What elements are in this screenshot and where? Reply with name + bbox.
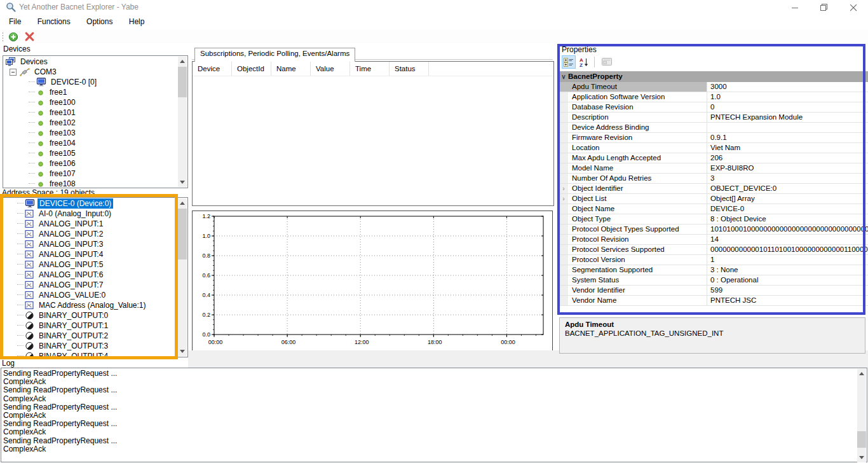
property-name[interactable]: Protocol Revision: [568, 235, 707, 244]
column-header-name[interactable]: Name: [271, 62, 311, 76]
property-value[interactable]: Object[] Array: [707, 194, 868, 204]
address-space-row[interactable]: BINARY_OUTPUT:0: [3, 310, 178, 321]
scroll-down-icon[interactable]: [857, 453, 866, 462]
property-name[interactable]: Model Name: [568, 163, 707, 173]
devices-tree-item-label[interactable]: free1: [48, 87, 69, 97]
devices-tree-row[interactable]: free1: [3, 87, 178, 97]
property-row[interactable]: Vendor Identifier599: [559, 286, 868, 296]
property-value[interactable]: 0.9.1: [707, 133, 868, 142]
property-value[interactable]: 1010100010000000000000000000000000000000…: [707, 225, 868, 234]
property-row[interactable]: Object NameDEVICE-0: [559, 204, 868, 214]
address-space-item-label[interactable]: BINARY_OUTPUT:1: [37, 321, 110, 331]
property-name[interactable]: Number Of Apdu Retries: [568, 174, 707, 183]
property-value[interactable]: [707, 123, 868, 132]
property-value[interactable]: PNTECH JSC: [707, 296, 868, 305]
property-row[interactable]: Apdu Timeout3000: [559, 82, 868, 92]
property-name[interactable]: Protocol Object Types Supported: [568, 225, 707, 234]
menu-file[interactable]: File: [2, 14, 28, 30]
devices-tree-item-label[interactable]: free105: [48, 148, 78, 158]
column-header-value[interactable]: Value: [311, 62, 350, 76]
address-space-item-label[interactable]: ANALOG_INPUT:7: [37, 280, 105, 290]
property-name[interactable]: Apdu Timeout: [568, 82, 707, 92]
property-name[interactable]: Max Apdu Length Accepted: [568, 153, 707, 163]
property-value[interactable]: 1: [707, 255, 868, 265]
address-space-row[interactable]: BINARY_OUTPUT:2: [3, 331, 178, 341]
menu-functions[interactable]: Functions: [31, 14, 78, 30]
column-header-device[interactable]: Device: [193, 62, 232, 76]
address-space-row[interactable]: ANALOG_INPUT:2: [3, 229, 178, 239]
devices-tree-item-label[interactable]: Devices: [18, 57, 50, 67]
property-row[interactable]: Segmentation Supported3 : None: [559, 265, 868, 275]
property-name[interactable]: Object Identifier: [568, 184, 707, 193]
address-space-item-label[interactable]: ANALOG_INPUT:2: [37, 229, 105, 239]
address-space-item-label[interactable]: MAC Address (Analog_Value:1): [37, 300, 148, 310]
address-space-row[interactable]: DEVICE-0 (Device:0): [3, 198, 178, 209]
property-row[interactable]: Model NameEXP-8UI8RO: [559, 163, 868, 174]
expand-chevron-icon[interactable]: ›: [559, 194, 568, 204]
property-name[interactable]: Segmentation Supported: [568, 265, 707, 275]
minimize-button[interactable]: [780, 0, 810, 15]
property-row[interactable]: Protocol Version1: [559, 255, 868, 265]
property-value[interactable]: 8 : Object Device: [707, 214, 868, 224]
property-value[interactable]: 3000: [707, 82, 868, 92]
scroll-up-icon[interactable]: [178, 57, 187, 66]
property-value[interactable]: 0 : Operational: [707, 275, 868, 285]
address-space-item-label[interactable]: ANALOG_INPUT:4: [37, 249, 105, 259]
devices-tree-row[interactable]: free106: [3, 158, 178, 169]
address-space-row[interactable]: ANALOG_INPUT:1: [3, 219, 178, 229]
address-space-item-label[interactable]: BINARY_OUTPUT:3: [37, 341, 110, 351]
scrollbar-thumb[interactable]: [178, 209, 187, 259]
property-value[interactable]: EXP-8UI8RO: [707, 163, 868, 173]
property-name[interactable]: Location: [568, 143, 707, 153]
devices-tree-scrollbar[interactable]: [178, 57, 187, 187]
devices-tree-row[interactable]: free103: [3, 128, 178, 138]
devices-tree-item-label[interactable]: free108: [48, 179, 78, 188]
restore-button[interactable]: [810, 0, 839, 15]
devices-tree-item-label[interactable]: free104: [48, 138, 78, 148]
column-header-status[interactable]: Status: [390, 62, 429, 76]
devices-tree-item-label[interactable]: free103: [48, 128, 78, 138]
property-row[interactable]: Protocol Services Supported0000000000001…: [559, 245, 868, 255]
add-device-button[interactable]: [7, 31, 20, 43]
expand-chevron-icon[interactable]: ›: [559, 184, 568, 193]
scroll-down-icon[interactable]: [178, 177, 187, 187]
property-value[interactable]: 0000000000001011010010000000000001100000…: [707, 245, 868, 254]
delete-device-button[interactable]: [23, 31, 36, 43]
property-row[interactable]: DescriptionPNTECH Expansion Module: [559, 113, 868, 123]
scrollbar-thumb[interactable]: [178, 67, 187, 97]
property-value[interactable]: 3 : None: [707, 265, 868, 275]
address-space-row[interactable]: AI-0 (Analog_Input:0): [3, 209, 178, 219]
property-row[interactable]: Application Software Version1.0: [559, 92, 868, 102]
address-space-row[interactable]: MAC Address (Analog_Value:1): [3, 300, 178, 310]
devices-tree-item-label[interactable]: COM3: [32, 67, 58, 77]
property-name[interactable]: System Status: [568, 275, 707, 285]
address-space-item-label[interactable]: AI-0 (Analog_Input:0): [37, 209, 113, 219]
address-space-item-label[interactable]: ANALOG_VALUE:0: [37, 290, 107, 300]
property-row[interactable]: Firmware Revision0.9.1: [559, 133, 868, 143]
property-name[interactable]: Vendor Identifier: [568, 286, 707, 295]
collapse-chevron-icon[interactable]: ∨: [559, 71, 568, 82]
devices-tree-item-label[interactable]: free107: [48, 169, 78, 179]
property-name[interactable]: Vendor Name: [568, 296, 707, 305]
address-space-row[interactable]: ANALOG_INPUT:3: [3, 239, 178, 249]
devices-tree-row[interactable]: free102: [3, 118, 178, 128]
property-row[interactable]: Object Type8 : Object Device: [559, 214, 868, 225]
address-space-row[interactable]: BINARY_OUTPUT:1: [3, 321, 178, 331]
property-category-row[interactable]: ∨ BacnetProperty: [559, 71, 868, 82]
property-value[interactable]: 1.0: [707, 92, 868, 102]
column-header-time[interactable]: Time: [350, 62, 390, 76]
property-value[interactable]: DEVICE-0: [707, 204, 868, 214]
address-space-item-label[interactable]: BINARY_OUTPUT:4: [37, 351, 110, 357]
property-value[interactable]: 3: [707, 174, 868, 183]
property-value[interactable]: OBJECT_DEVICE:0: [707, 184, 868, 193]
property-name[interactable]: Object Type: [568, 214, 707, 224]
devices-tree-item-label[interactable]: free102: [48, 118, 78, 128]
property-name[interactable]: Firmware Revision: [568, 133, 707, 142]
address-space-item-label[interactable]: DEVICE-0 (Device:0): [37, 198, 113, 209]
property-value[interactable]: PNTECH Expansion Module: [707, 113, 868, 122]
devices-tree-row[interactable]: COM3: [3, 67, 178, 77]
property-row[interactable]: Max Apdu Length Accepted206: [559, 153, 868, 163]
devices-tree-row[interactable]: free104: [3, 138, 178, 148]
address-space-row[interactable]: ANALOG_INPUT:7: [3, 280, 178, 290]
devices-tree-row[interactable]: free100: [3, 97, 178, 107]
